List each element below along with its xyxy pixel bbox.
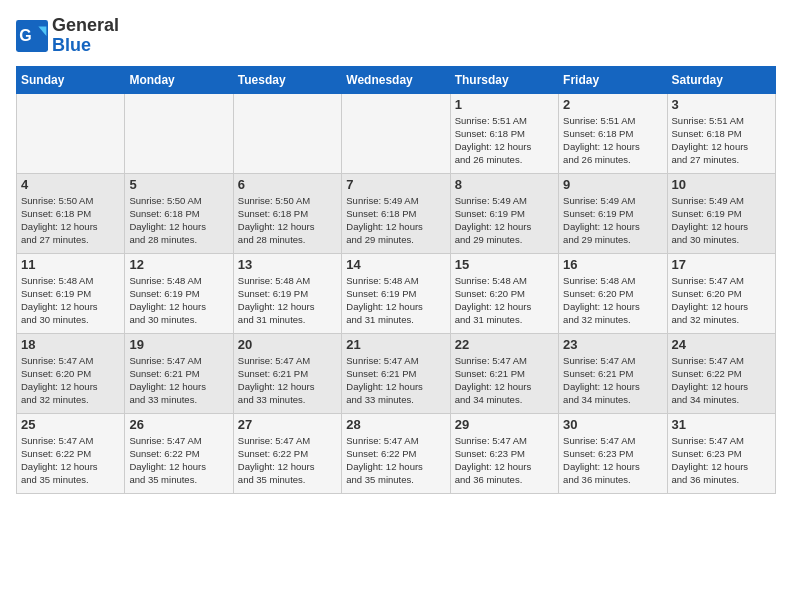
day-info: Sunrise: 5:47 AMSunset: 6:23 PMDaylight:… (563, 434, 662, 487)
day-number: 22 (455, 337, 554, 352)
calendar-cell: 13Sunrise: 5:48 AMSunset: 6:19 PMDayligh… (233, 253, 341, 333)
calendar-cell: 6Sunrise: 5:50 AMSunset: 6:18 PMDaylight… (233, 173, 341, 253)
day-number: 20 (238, 337, 337, 352)
calendar-cell: 15Sunrise: 5:48 AMSunset: 6:20 PMDayligh… (450, 253, 558, 333)
day-number: 9 (563, 177, 662, 192)
weekday-header-row: SundayMondayTuesdayWednesdayThursdayFrid… (17, 66, 776, 93)
day-number: 7 (346, 177, 445, 192)
day-info: Sunrise: 5:47 AMSunset: 6:23 PMDaylight:… (455, 434, 554, 487)
calendar-table: SundayMondayTuesdayWednesdayThursdayFrid… (16, 66, 776, 494)
day-info: Sunrise: 5:48 AMSunset: 6:19 PMDaylight:… (129, 274, 228, 327)
day-number: 5 (129, 177, 228, 192)
day-number: 21 (346, 337, 445, 352)
day-number: 8 (455, 177, 554, 192)
calendar-cell: 17Sunrise: 5:47 AMSunset: 6:20 PMDayligh… (667, 253, 775, 333)
calendar-cell: 16Sunrise: 5:48 AMSunset: 6:20 PMDayligh… (559, 253, 667, 333)
calendar-cell: 22Sunrise: 5:47 AMSunset: 6:21 PMDayligh… (450, 333, 558, 413)
day-info: Sunrise: 5:48 AMSunset: 6:20 PMDaylight:… (563, 274, 662, 327)
day-number: 6 (238, 177, 337, 192)
calendar-week-2: 4Sunrise: 5:50 AMSunset: 6:18 PMDaylight… (17, 173, 776, 253)
calendar-cell: 27Sunrise: 5:47 AMSunset: 6:22 PMDayligh… (233, 413, 341, 493)
day-info: Sunrise: 5:50 AMSunset: 6:18 PMDaylight:… (238, 194, 337, 247)
day-info: Sunrise: 5:47 AMSunset: 6:20 PMDaylight:… (21, 354, 120, 407)
day-number: 11 (21, 257, 120, 272)
day-info: Sunrise: 5:47 AMSunset: 6:21 PMDaylight:… (129, 354, 228, 407)
logo-blue-text: Blue (52, 35, 91, 55)
day-info: Sunrise: 5:47 AMSunset: 6:21 PMDaylight:… (455, 354, 554, 407)
day-info: Sunrise: 5:47 AMSunset: 6:22 PMDaylight:… (21, 434, 120, 487)
day-number: 24 (672, 337, 771, 352)
day-info: Sunrise: 5:48 AMSunset: 6:19 PMDaylight:… (238, 274, 337, 327)
calendar-week-4: 18Sunrise: 5:47 AMSunset: 6:20 PMDayligh… (17, 333, 776, 413)
day-number: 26 (129, 417, 228, 432)
day-number: 15 (455, 257, 554, 272)
calendar-cell: 21Sunrise: 5:47 AMSunset: 6:21 PMDayligh… (342, 333, 450, 413)
calendar-cell: 31Sunrise: 5:47 AMSunset: 6:23 PMDayligh… (667, 413, 775, 493)
weekday-header-tuesday: Tuesday (233, 66, 341, 93)
calendar-week-1: 1Sunrise: 5:51 AMSunset: 6:18 PMDaylight… (17, 93, 776, 173)
calendar-cell: 29Sunrise: 5:47 AMSunset: 6:23 PMDayligh… (450, 413, 558, 493)
day-number: 14 (346, 257, 445, 272)
weekday-header-sunday: Sunday (17, 66, 125, 93)
day-info: Sunrise: 5:50 AMSunset: 6:18 PMDaylight:… (21, 194, 120, 247)
calendar-cell: 4Sunrise: 5:50 AMSunset: 6:18 PMDaylight… (17, 173, 125, 253)
calendar-cell: 5Sunrise: 5:50 AMSunset: 6:18 PMDaylight… (125, 173, 233, 253)
day-info: Sunrise: 5:47 AMSunset: 6:22 PMDaylight:… (672, 354, 771, 407)
calendar-cell: 1Sunrise: 5:51 AMSunset: 6:18 PMDaylight… (450, 93, 558, 173)
weekday-header-wednesday: Wednesday (342, 66, 450, 93)
day-number: 2 (563, 97, 662, 112)
calendar-cell: 23Sunrise: 5:47 AMSunset: 6:21 PMDayligh… (559, 333, 667, 413)
day-info: Sunrise: 5:47 AMSunset: 6:21 PMDaylight:… (238, 354, 337, 407)
day-info: Sunrise: 5:49 AMSunset: 6:19 PMDaylight:… (455, 194, 554, 247)
day-info: Sunrise: 5:49 AMSunset: 6:19 PMDaylight:… (672, 194, 771, 247)
weekday-header-friday: Friday (559, 66, 667, 93)
day-info: Sunrise: 5:47 AMSunset: 6:22 PMDaylight:… (346, 434, 445, 487)
calendar-week-5: 25Sunrise: 5:47 AMSunset: 6:22 PMDayligh… (17, 413, 776, 493)
day-number: 4 (21, 177, 120, 192)
day-info: Sunrise: 5:47 AMSunset: 6:22 PMDaylight:… (129, 434, 228, 487)
day-info: Sunrise: 5:51 AMSunset: 6:18 PMDaylight:… (563, 114, 662, 167)
calendar-cell: 30Sunrise: 5:47 AMSunset: 6:23 PMDayligh… (559, 413, 667, 493)
calendar-cell: 14Sunrise: 5:48 AMSunset: 6:19 PMDayligh… (342, 253, 450, 333)
calendar-week-3: 11Sunrise: 5:48 AMSunset: 6:19 PMDayligh… (17, 253, 776, 333)
calendar-cell (125, 93, 233, 173)
day-number: 3 (672, 97, 771, 112)
day-number: 29 (455, 417, 554, 432)
calendar-cell: 2Sunrise: 5:51 AMSunset: 6:18 PMDaylight… (559, 93, 667, 173)
day-number: 30 (563, 417, 662, 432)
day-info: Sunrise: 5:48 AMSunset: 6:20 PMDaylight:… (455, 274, 554, 327)
calendar-cell: 20Sunrise: 5:47 AMSunset: 6:21 PMDayligh… (233, 333, 341, 413)
weekday-header-thursday: Thursday (450, 66, 558, 93)
calendar-cell: 28Sunrise: 5:47 AMSunset: 6:22 PMDayligh… (342, 413, 450, 493)
day-info: Sunrise: 5:48 AMSunset: 6:19 PMDaylight:… (21, 274, 120, 327)
day-info: Sunrise: 5:50 AMSunset: 6:18 PMDaylight:… (129, 194, 228, 247)
logo: G General Blue (16, 16, 119, 56)
day-number: 31 (672, 417, 771, 432)
calendar-cell: 8Sunrise: 5:49 AMSunset: 6:19 PMDaylight… (450, 173, 558, 253)
day-number: 16 (563, 257, 662, 272)
weekday-header-saturday: Saturday (667, 66, 775, 93)
day-number: 10 (672, 177, 771, 192)
day-number: 13 (238, 257, 337, 272)
day-info: Sunrise: 5:49 AMSunset: 6:19 PMDaylight:… (563, 194, 662, 247)
day-info: Sunrise: 5:51 AMSunset: 6:18 PMDaylight:… (672, 114, 771, 167)
day-number: 19 (129, 337, 228, 352)
day-info: Sunrise: 5:49 AMSunset: 6:18 PMDaylight:… (346, 194, 445, 247)
day-number: 18 (21, 337, 120, 352)
weekday-header-monday: Monday (125, 66, 233, 93)
calendar-cell: 10Sunrise: 5:49 AMSunset: 6:19 PMDayligh… (667, 173, 775, 253)
svg-text:G: G (19, 27, 31, 44)
day-number: 25 (21, 417, 120, 432)
calendar-cell: 18Sunrise: 5:47 AMSunset: 6:20 PMDayligh… (17, 333, 125, 413)
page-header: G General Blue (16, 16, 776, 56)
calendar-cell (342, 93, 450, 173)
day-number: 23 (563, 337, 662, 352)
calendar-cell: 7Sunrise: 5:49 AMSunset: 6:18 PMDaylight… (342, 173, 450, 253)
calendar-cell: 19Sunrise: 5:47 AMSunset: 6:21 PMDayligh… (125, 333, 233, 413)
calendar-cell: 24Sunrise: 5:47 AMSunset: 6:22 PMDayligh… (667, 333, 775, 413)
calendar-cell: 9Sunrise: 5:49 AMSunset: 6:19 PMDaylight… (559, 173, 667, 253)
day-info: Sunrise: 5:51 AMSunset: 6:18 PMDaylight:… (455, 114, 554, 167)
day-number: 12 (129, 257, 228, 272)
calendar-cell: 26Sunrise: 5:47 AMSunset: 6:22 PMDayligh… (125, 413, 233, 493)
logo-general-text: General (52, 15, 119, 35)
